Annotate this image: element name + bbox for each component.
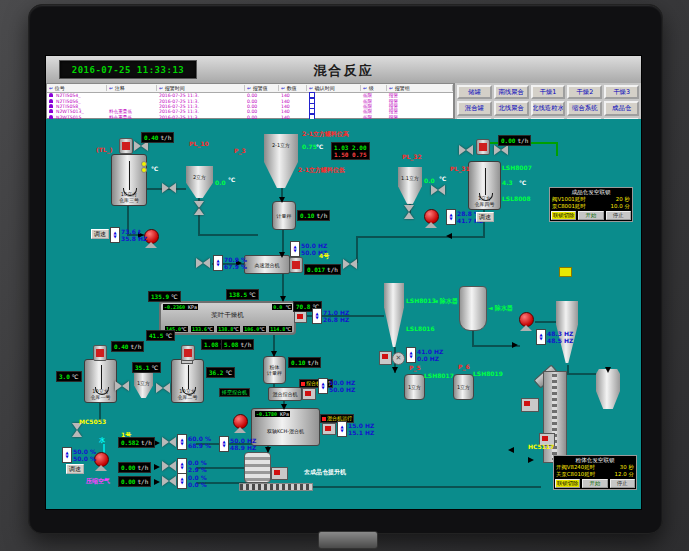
stop-button[interactable]: 停止 — [606, 211, 631, 220]
valve-icon[interactable] — [459, 145, 473, 155]
mixer-pump-icon[interactable] — [232, 414, 248, 433]
setpoint-pair: 0.0 %2.9 % — [177, 458, 207, 474]
valve-icon[interactable] — [343, 259, 357, 269]
level-switch-label: LSL8008 — [502, 195, 531, 202]
temp-display: 106.0℃ — [243, 326, 266, 332]
pipe-green — [556, 142, 558, 156]
col-tag[interactable]: 位号 — [47, 85, 107, 91]
start-button[interactable]: 开始 — [582, 479, 607, 488]
col-note[interactable]: 注释 — [107, 85, 157, 91]
valve-icon[interactable] — [156, 383, 170, 393]
col-level[interactable]: 级 — [361, 85, 387, 91]
col-num[interactable]: 数值 — [279, 85, 307, 91]
reactor-tank-1: 10立方仓库一号 — [84, 359, 117, 403]
col-time[interactable]: 报警时间 — [157, 85, 245, 91]
flow-display: 0.017t/h — [304, 264, 341, 275]
valve-icon[interactable] — [494, 145, 508, 155]
temp-display: 114.8℃ — [269, 326, 292, 332]
updown-arrows-icon[interactable] — [177, 458, 187, 474]
agitator-icon — [485, 168, 486, 195]
nav-dry3[interactable]: 干燥3 — [604, 85, 639, 99]
updown-arrows-icon[interactable] — [219, 436, 229, 452]
valve-icon[interactable] — [162, 437, 176, 447]
pressure-display: -0.1780 KPa — [255, 411, 290, 417]
col-ack[interactable]: 确认时间 — [307, 85, 361, 91]
monitor-frame: 2016-07-25 11:33:13 混合反应 位号 注释 报警时间 报警值 … — [28, 4, 661, 532]
updown-arrows-icon[interactable] — [312, 308, 322, 324]
rotary-feeder-icon[interactable] — [379, 351, 392, 365]
setpoint-pair: 70.9 %67.9 % — [213, 255, 247, 271]
status-indicator — [559, 267, 572, 277]
flow-display: 0.10t/h — [288, 357, 321, 368]
start-button[interactable]: 开始 — [578, 211, 603, 220]
flow-display: 0.40t/h — [141, 132, 174, 143]
updown-arrows-icon[interactable] — [62, 447, 72, 463]
nav-south-poly[interactable]: 南线聚合 — [494, 85, 529, 99]
title-bar: 2016-07-25 11:33:13 混合反应 — [46, 56, 641, 84]
flow-arrow-icon — [605, 367, 611, 373]
valve-icon[interactable] — [194, 201, 204, 215]
valve-icon[interactable] — [162, 183, 176, 193]
speed-button[interactable]: 调速 — [66, 464, 84, 474]
fan-star-icon — [392, 352, 405, 365]
valve-icon[interactable] — [196, 258, 210, 268]
stop-button[interactable]: 停止 — [610, 479, 635, 488]
dryer-motor-icon[interactable] — [294, 311, 307, 323]
updown-arrows-icon[interactable] — [318, 378, 328, 394]
flow-arrow-icon — [508, 447, 514, 453]
valve-icon[interactable] — [72, 423, 82, 437]
powder-scale: 粉体计量秤 — [263, 356, 286, 384]
updown-arrows-icon[interactable] — [177, 434, 187, 450]
speed-button[interactable]: 调速 — [91, 229, 109, 239]
nav-product-silo[interactable]: 成品仓 — [604, 101, 639, 115]
updown-arrows-icon[interactable] — [337, 421, 347, 437]
agitator-icon — [188, 365, 189, 389]
speed-button[interactable]: 调速 — [476, 212, 494, 222]
process-diagram: 0.40t/h PL_10 (TL_) 10立方仓库三号 ℃ 2立方 0.0 ℃… — [46, 119, 641, 509]
nav-dry2[interactable]: 干燥2 — [567, 85, 602, 99]
conveyor-belt — [239, 483, 313, 491]
pipe — [309, 486, 541, 488]
alarm-row[interactable]: N2WT5013_ 料仓重量低2016-07-25 11:3. 0.00140 … — [47, 109, 453, 114]
nav-storage-tanks[interactable]: 储罐 — [457, 85, 492, 99]
valve-icon[interactable] — [431, 185, 445, 195]
vent-status: 排空捏合机 — [219, 388, 250, 397]
unit-label: ℃ — [228, 176, 235, 183]
col-group[interactable]: 报警组 — [387, 85, 453, 91]
updown-arrows-icon[interactable] — [446, 209, 456, 225]
interlock-cut-button[interactable]: 联锁切除 — [555, 479, 580, 488]
elevator-motor-icon[interactable] — [521, 398, 539, 412]
updown-arrows-icon[interactable] — [290, 241, 300, 257]
nav-dry1[interactable]: 干燥1 — [531, 85, 566, 99]
temp-display: 138.5℃ — [226, 289, 259, 300]
alarm-summary-table: 位号 注释 报警时间 报警值 数值 确认时间 级 报警组 N2TI5054_ 2… — [46, 83, 454, 119]
fan-icon[interactable] — [518, 312, 534, 331]
interlock-cut-button[interactable]: 联锁切除 — [551, 211, 576, 220]
valve-icon[interactable] — [115, 381, 129, 391]
updown-arrows-icon[interactable] — [110, 227, 120, 243]
level-switch-label: LSH8017 — [424, 372, 454, 379]
mixer-motor-icon[interactable] — [289, 257, 303, 273]
kneader-motor-icon[interactable] — [302, 388, 316, 400]
valve-icon[interactable] — [162, 461, 176, 471]
small-tank-2: 1立方 — [453, 374, 474, 400]
flow-display: 5.08t/h — [221, 339, 254, 350]
updown-arrows-icon[interactable] — [406, 347, 416, 363]
valve-icon[interactable] — [162, 476, 176, 486]
tag-label: (TL_) — [96, 146, 112, 153]
drum-motor-icon[interactable] — [271, 467, 288, 480]
pump-icon[interactable] — [423, 209, 439, 228]
nav-condense-system[interactable]: 缩合系统 — [567, 101, 602, 115]
nav-mix-tank[interactable]: 混合罐 — [457, 101, 492, 115]
mixer-motor-icon[interactable] — [322, 423, 336, 435]
alarm-bell-icon — [49, 93, 53, 97]
updown-arrows-icon[interactable] — [177, 473, 187, 489]
nav-north-poly[interactable]: 北线聚合 — [494, 101, 529, 115]
tag-label: PL_32 — [402, 153, 422, 160]
col-value[interactable]: 报警值 — [245, 85, 279, 91]
updown-arrows-icon[interactable] — [213, 255, 223, 271]
valve-icon[interactable] — [404, 205, 414, 219]
updown-arrows-icon[interactable] — [536, 329, 546, 345]
tag-label: MC5053 — [79, 418, 106, 425]
nav-north-granule-water[interactable]: 北线造粒水 — [531, 101, 566, 115]
